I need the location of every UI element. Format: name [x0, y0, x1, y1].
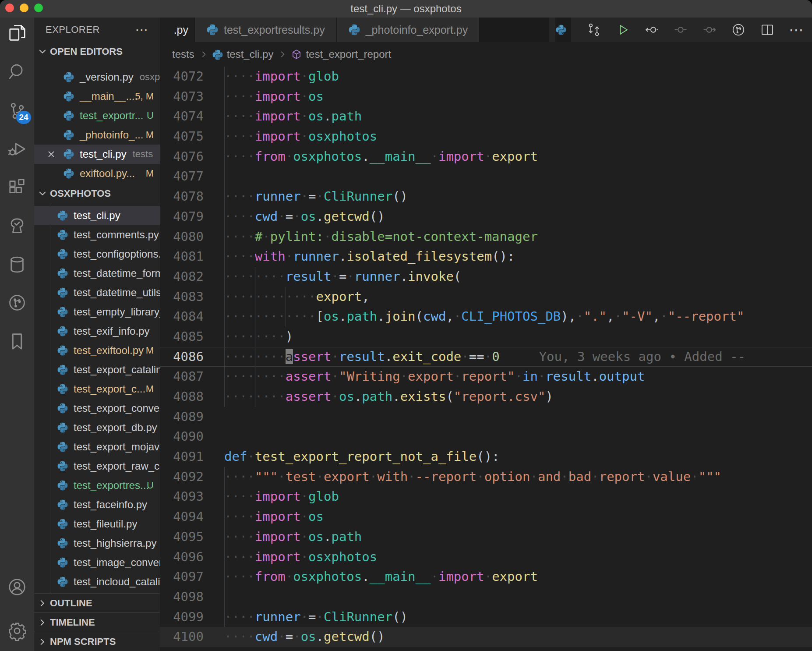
activity-item-git-graph[interactable]: [5, 290, 29, 315]
code-line[interactable]: 4085········): [160, 327, 812, 347]
activity-item-account[interactable]: [5, 575, 29, 599]
line-number[interactable]: 4081: [160, 247, 204, 267]
tree-item[interactable]: test_highsierra.py: [34, 534, 160, 553]
line-number[interactable]: 4083: [160, 287, 204, 307]
code-line[interactable]: 4096····import·osxphotos: [160, 547, 812, 567]
code-line[interactable]: 4076····from·osxphotos.__main__·import·e…: [160, 147, 812, 167]
line-number[interactable]: 4087: [160, 367, 204, 387]
code-line[interactable]: 4088········assert·os.path.exists("repor…: [160, 387, 812, 407]
code-line[interactable]: 4080····#·pylint:·disable=not-context-ma…: [160, 227, 812, 247]
line-number[interactable]: 4073: [160, 87, 204, 107]
project-section-header[interactable]: OSXPHOTOS: [34, 184, 160, 203]
tree-item[interactable]: test_incloud_catali...: [34, 572, 160, 591]
tree-item[interactable]: test_export_db.py: [34, 418, 160, 437]
tree-item[interactable]: test_export_catalin...: [34, 360, 160, 379]
activity-item-settings[interactable]: [5, 619, 29, 643]
tree-item[interactable]: test_export_raw_ca...: [34, 456, 160, 476]
tab--photoinfo-export-py[interactable]: _photoinfo_export.py: [337, 18, 480, 42]
line-number[interactable]: 4092: [160, 467, 204, 487]
line-number[interactable]: 4098: [160, 587, 204, 607]
line-number[interactable]: 4095: [160, 527, 204, 547]
code-line[interactable]: 4089: [160, 407, 812, 427]
open-editor-item[interactable]: _photoinfo_...M: [34, 125, 160, 145]
line-number[interactable]: 4085: [160, 327, 204, 347]
line-number[interactable]: 4099: [160, 607, 204, 627]
code-line[interactable]: 4094····import·os: [160, 507, 812, 527]
code-line[interactable]: 4074····import·os.path: [160, 106, 812, 127]
tree-item[interactable]: test_export_c...M: [34, 379, 160, 399]
open-editor-item[interactable]: exiftool.py...M: [34, 164, 160, 183]
code-line[interactable]: 4098: [160, 587, 812, 607]
line-number[interactable]: 4090: [160, 427, 204, 447]
code-line[interactable]: 4079····cwd·=·os.getcwd(): [160, 207, 812, 227]
tree-item[interactable]: test_datetime_utils....: [34, 283, 160, 302]
tree-item[interactable]: test_exif_info.py: [34, 322, 160, 341]
tree-item[interactable]: test_datetime_form...: [34, 264, 160, 283]
code-line[interactable]: 4092····"""·test·export·with·--report·op…: [160, 467, 812, 487]
tree-item[interactable]: test_faceinfo.py: [34, 495, 160, 514]
line-number[interactable]: 4100: [160, 627, 204, 647]
code-line[interactable]: 4091def·test_export_report_not_a_file():: [160, 447, 812, 467]
activity-item-explorer[interactable]: [5, 21, 29, 45]
line-number[interactable]: 4097: [160, 567, 204, 587]
python-interpreter-icon[interactable]: [555, 18, 571, 42]
continue-icon[interactable]: [702, 22, 717, 38]
git-compare-icon[interactable]: [586, 22, 602, 38]
tree-item[interactable]: test_cli.py: [34, 206, 160, 225]
line-number[interactable]: 4089: [160, 407, 204, 427]
tree-item[interactable]: test_export_conver...: [34, 399, 160, 418]
code-line[interactable]: 4075····import·osxphotos: [160, 127, 812, 147]
activity-item-search[interactable]: [5, 59, 29, 84]
open-editor-item[interactable]: __main__....5, M: [34, 87, 160, 106]
activity-item-run-and-debug[interactable]: [5, 137, 29, 161]
more-actions-icon[interactable]: ⋯: [788, 22, 804, 38]
tree-item[interactable]: test_exiftool.pyM: [34, 341, 160, 360]
line-number[interactable]: 4091: [160, 447, 204, 467]
line-number[interactable]: 4074: [160, 106, 204, 127]
line-number[interactable]: 4077: [160, 166, 204, 187]
line-number[interactable]: 4094: [160, 507, 204, 527]
code-line[interactable]: 4087········assert·"Writing·export·repor…: [160, 367, 812, 387]
tree-item[interactable]: test_comments.py: [34, 225, 160, 244]
activity-item-bookmarks[interactable]: [5, 329, 29, 354]
tree-item[interactable]: test_image_convert...: [34, 553, 160, 572]
code-line[interactable]: 4095····import·os.path: [160, 527, 812, 547]
line-number[interactable]: 4076: [160, 147, 204, 167]
breadcrumb-item[interactable]: tests: [172, 48, 194, 60]
open-editor-item[interactable]: test_cli.pytests: [34, 145, 160, 164]
code-line[interactable]: 4090: [160, 427, 812, 447]
line-number[interactable]: 4082: [160, 267, 204, 287]
code-line[interactable]: 4073····import·os: [160, 87, 812, 107]
code-line[interactable]: 4077: [160, 166, 812, 187]
line-number[interactable]: 4080: [160, 227, 204, 247]
line-number[interactable]: 4093: [160, 487, 204, 507]
sidebar-section-outline[interactable]: OUTLINE: [34, 593, 160, 612]
run-icon[interactable]: [615, 22, 631, 38]
code-line[interactable]: 4099····runner·=·CliRunner(): [160, 607, 812, 627]
code-editor[interactable]: 4072····import·glob4073····import·os4074…: [160, 67, 812, 651]
close-icon[interactable]: [46, 149, 56, 159]
tree-item[interactable]: test_exportres...U: [34, 476, 160, 495]
activity-item-testing[interactable]: [5, 214, 29, 238]
line-number[interactable]: 4078: [160, 187, 204, 207]
git-graph-icon[interactable]: [731, 22, 746, 38]
open-editor-item[interactable]: _version.pyosxp...: [34, 67, 160, 87]
line-number[interactable]: 4075: [160, 127, 204, 147]
sidebar-more-actions-icon[interactable]: ⋯: [135, 25, 149, 34]
code-line[interactable]: 4078····runner·=·CliRunner(): [160, 187, 812, 207]
code-line[interactable]: 4082········result·=·runner.invoke(: [160, 267, 812, 287]
code-line[interactable]: 4100····cwd·=·os.getcwd(): [160, 627, 812, 647]
code-line[interactable]: 4093····import·glob: [160, 487, 812, 507]
open-editor-item[interactable]: test_exportr...U: [34, 106, 160, 125]
line-number[interactable]: 4086: [160, 347, 204, 367]
line-number[interactable]: 4072: [160, 67, 204, 87]
tab-test-exportresults-py[interactable]: test_exportresults.py: [195, 18, 337, 42]
breadcrumb-item[interactable]: test_cli.py: [212, 48, 274, 60]
reverse-continue-icon[interactable]: [644, 22, 660, 38]
tab--py[interactable]: .py: [160, 18, 195, 42]
code-line[interactable]: 4086········assert·result.exit_code·==·0…: [160, 347, 812, 367]
tree-item[interactable]: test_export_mojave...: [34, 437, 160, 456]
line-number[interactable]: 4084: [160, 307, 204, 327]
activity-item-database[interactable]: [5, 252, 29, 277]
open-editors-header[interactable]: OPEN EDITORS: [34, 42, 160, 61]
